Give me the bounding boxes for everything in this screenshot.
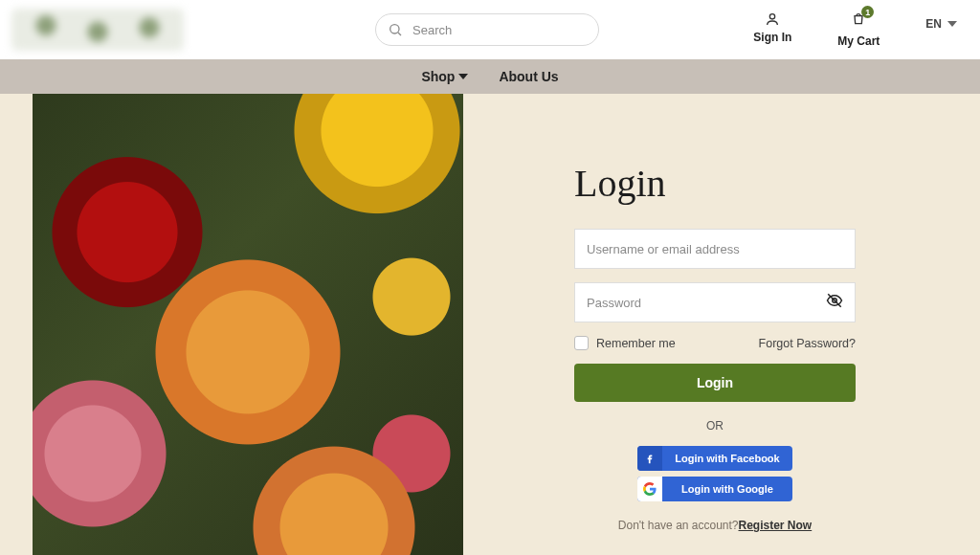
password-field-wrap[interactable]	[574, 282, 856, 322]
chevron-down-icon	[458, 72, 468, 81]
svg-point-2	[770, 14, 775, 19]
cart-count-badge: 1	[861, 6, 874, 18]
nav-about-label: About Us	[499, 69, 558, 84]
login-title: Login	[574, 161, 856, 206]
main-area: Login Remember me Forgot Password? Login	[0, 94, 980, 555]
svg-line-1	[398, 33, 401, 35]
signin-button[interactable]: Sign In	[753, 11, 791, 44]
cart-icon-wrap: 1	[851, 11, 866, 31]
remember-label: Remember me	[596, 337, 676, 350]
google-icon	[637, 477, 662, 501]
register-prompt-text: Don't have an account?	[618, 519, 739, 532]
facebook-icon	[637, 446, 662, 471]
login-facebook-button[interactable]: Login with Facebook	[637, 446, 792, 471]
or-divider: OR	[574, 419, 856, 433]
svg-point-0	[390, 25, 399, 33]
login-facebook-label: Login with Facebook	[662, 453, 792, 464]
search-input[interactable]	[412, 23, 587, 37]
hero-image	[33, 94, 463, 555]
language-label: EN	[925, 17, 942, 31]
nav-shop[interactable]: Shop	[421, 69, 468, 84]
register-prompt: Don't have an account?Register Now	[574, 519, 856, 532]
eye-off-icon	[826, 292, 843, 309]
login-panel: Login Remember me Forgot Password? Login	[463, 94, 980, 555]
remember-me[interactable]: Remember me	[574, 336, 676, 350]
remember-checkbox[interactable]	[574, 336, 589, 350]
login-options-row: Remember me Forgot Password?	[574, 336, 856, 350]
login-google-button[interactable]: Login with Google	[637, 477, 792, 501]
search-icon	[388, 22, 403, 37]
topbar-right: Sign In 1 My Cart EN	[753, 11, 957, 48]
search-box[interactable]	[375, 13, 599, 46]
social-login-group: Login with Facebook Login with Google	[574, 446, 856, 501]
signin-label: Sign In	[753, 31, 791, 44]
login-google-label: Login with Google	[662, 483, 792, 495]
site-logo[interactable]	[11, 9, 184, 51]
nav-shop-label: Shop	[421, 69, 455, 84]
cart-label: My Cart	[837, 34, 880, 48]
nav-about[interactable]: About Us	[499, 69, 558, 84]
cart-button[interactable]: 1 My Cart	[837, 11, 880, 48]
username-field-wrap[interactable]	[574, 229, 856, 269]
forgot-password-link[interactable]: Forgot Password?	[759, 337, 856, 350]
register-link[interactable]: Register Now	[739, 519, 813, 532]
username-field[interactable]	[587, 242, 843, 256]
toggle-password-visibility[interactable]	[826, 292, 843, 313]
chevron-down-icon	[947, 19, 957, 29]
login-button[interactable]: Login	[574, 364, 856, 402]
language-selector[interactable]: EN	[925, 17, 957, 31]
nav-bar: Shop About Us	[0, 59, 980, 94]
user-icon	[765, 11, 780, 27]
password-field[interactable]	[587, 296, 826, 310]
top-bar: Sign In 1 My Cart EN	[0, 0, 980, 59]
